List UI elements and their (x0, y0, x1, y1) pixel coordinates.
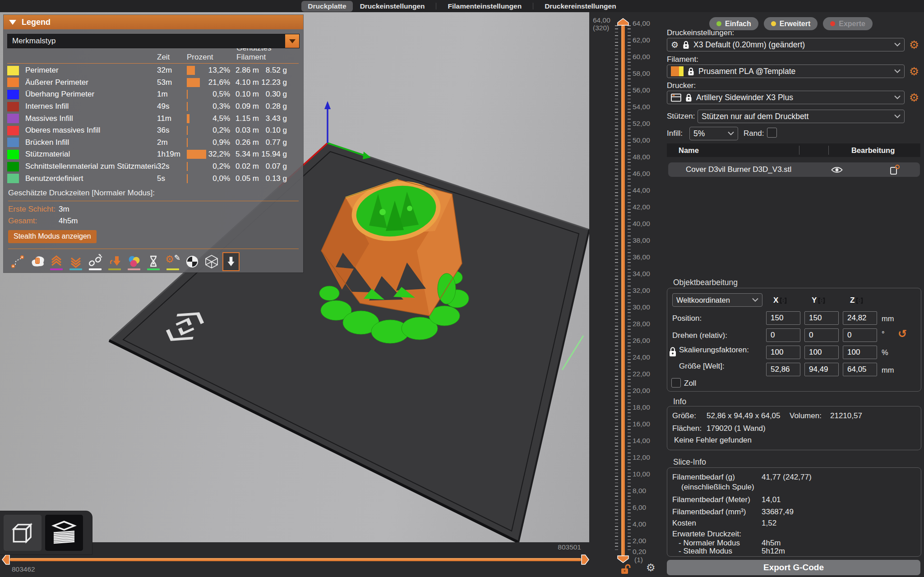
export-gcode-button[interactable]: Export G-Code (667, 560, 920, 575)
coordinate-system-combo[interactable]: Weltkoordinaten (672, 293, 762, 307)
dropdown-arrow-button[interactable] (285, 34, 299, 48)
feature-name: Perimeter (25, 66, 157, 75)
legend-row: Oberes massives Infill 36s 0,2% 0.03 m 0… (4, 125, 303, 137)
printer-combo[interactable]: Artillery Sidewinder X3 Plus (667, 91, 905, 104)
eye-icon[interactable] (831, 166, 843, 174)
chevron-down-icon (752, 298, 758, 302)
move-slider-left-handle[interactable] (2, 554, 10, 565)
chevron-down-icon (894, 95, 901, 99)
move-slider-right-handle[interactable] (581, 554, 589, 565)
feature-name: Benutzerdefiniert (25, 174, 157, 183)
shells-icon[interactable] (203, 252, 220, 271)
layer-tick-label: 54,00 (633, 103, 650, 111)
feature-grams: 0.30 g (259, 90, 287, 99)
filament-combo[interactable]: Prusament PLA @Template (667, 65, 905, 78)
brim-label: Rand: (744, 129, 764, 138)
filament-gear-button[interactable]: ⚙ (908, 65, 920, 78)
brim-checkbox[interactable] (767, 128, 777, 138)
red-dot-icon (830, 21, 835, 26)
supports-combo[interactable]: Stützen nur auf dem Druckbett (698, 110, 905, 123)
feature-meters: 1.15 m (230, 114, 259, 123)
uniform-scale-lock-icon[interactable] (669, 346, 677, 357)
position-z-input[interactable] (843, 311, 877, 325)
slice-info-title: Slice-Info (673, 457, 706, 467)
legend-collapse-icon[interactable] (222, 252, 240, 271)
feature-name: Schnittstellenmaterial zum Stützmaterial (25, 162, 157, 171)
layer-slider-track[interactable] (621, 25, 625, 556)
inches-checkbox[interactable] (671, 378, 681, 388)
rotate-x-input[interactable] (766, 328, 800, 342)
info-volume-label: Volumen: (790, 411, 822, 420)
manipulation-title: Objektbearbeitung (673, 278, 738, 287)
coordinate-system-value: Weltkoordinaten (676, 296, 730, 305)
feature-percent: 21,6% (200, 78, 230, 87)
size-z-input[interactable] (843, 363, 877, 376)
filament-m-value: 14,01 (762, 495, 781, 504)
tab-filamenteinstellungen[interactable]: Filamenteinstellungen (441, 1, 528, 12)
lock-open-icon[interactable] (620, 563, 631, 575)
normal-mode-value: 4h5m (762, 539, 781, 548)
retractions-icon[interactable] (48, 252, 65, 271)
mode-erweitert-button[interactable]: Erweitert (764, 17, 818, 30)
tool-changes-icon[interactable] (106, 252, 123, 271)
wipe-icon[interactable] (28, 252, 46, 271)
layer-slider-top-handle[interactable] (617, 18, 629, 26)
feature-type-dropdown[interactable]: Merkmalstyp (7, 34, 300, 48)
edit-object-icon[interactable] (889, 164, 900, 175)
tab-druckereinstellungen[interactable]: Druckereinstellungen (538, 1, 623, 12)
seams-icon[interactable] (87, 252, 104, 271)
object-row[interactable]: Cover D3vil Burner D3D_V3.stl (668, 162, 920, 177)
lock-icon (685, 93, 692, 102)
chevron-down-icon (894, 69, 901, 73)
slider-settings-gear-icon[interactable]: ⚙ (646, 563, 656, 573)
size-x-input[interactable] (766, 363, 800, 376)
supports-value: Stützen nur auf dem Druckbett (702, 112, 808, 121)
printer-value: Artillery Sidewinder X3 Plus (696, 93, 793, 102)
rotate-y-input[interactable] (804, 328, 839, 342)
position-label: Position: (672, 314, 702, 323)
color-changes-icon[interactable] (125, 252, 143, 271)
scale-x-input[interactable] (766, 346, 800, 359)
custom-gcode-icon[interactable]: ⚙ ✎ (164, 252, 181, 271)
color-changes-underline (128, 268, 140, 270)
mode-experte-button[interactable]: Experte (823, 17, 873, 30)
layer-tick-label: 0,20 (633, 548, 646, 556)
scale-y-input[interactable] (804, 346, 839, 359)
center-of-mass-icon[interactable] (184, 252, 201, 271)
objects-table-header: Name Bearbeitung (667, 143, 920, 157)
tab-druckplatte[interactable]: Druckplatte (301, 1, 352, 12)
size-y-input[interactable] (804, 363, 839, 376)
legend-panel: Legend Merkmalstyp Zeit Prozent Genutzte… (4, 15, 303, 272)
feature-percent: 0,5% (188, 90, 231, 99)
size-unit: mm (882, 366, 894, 374)
position-x-input[interactable] (766, 311, 800, 325)
print-settings-combo[interactable]: ⚙ X3 Default (0.20mm) (geändert) (667, 38, 905, 51)
pause-prints-icon[interactable] (145, 252, 162, 271)
position-y-input[interactable] (804, 311, 839, 325)
retractions-underline (50, 268, 63, 270)
feature-color-swatch (7, 174, 19, 183)
feature-percent: 0,2% (188, 126, 231, 135)
travel-paths-icon[interactable] (9, 252, 26, 271)
print-settings-gear-button[interactable]: ⚙ (908, 38, 920, 51)
stealth-mode-button[interactable]: Stealth Modus anzeigen (8, 230, 97, 243)
legend-header[interactable]: Legend (4, 15, 303, 29)
layer-tick-label: 48,00 (633, 153, 650, 161)
scale-z-input[interactable] (843, 346, 877, 359)
reset-rotation-icon[interactable]: ↺ (898, 328, 907, 339)
gear-icon: ⚙ (671, 41, 679, 49)
tab-bar: DruckplatteDruckeinstellungenFilamentein… (301, 1, 622, 12)
rotate-z-input[interactable] (843, 328, 877, 342)
layer-slider-bottom-handle[interactable] (617, 555, 629, 563)
preview-view-button[interactable] (45, 515, 83, 551)
percent-bar (187, 150, 206, 159)
tab-druckeinstellungen[interactable]: Druckeinstellungen (354, 1, 431, 12)
printer-gear-button[interactable]: ⚙ (908, 91, 920, 104)
info-size-value: 52,86 x 94,49 x 64,05 (707, 411, 781, 420)
editor-view-button[interactable] (4, 515, 42, 551)
move-slider-track[interactable] (10, 558, 581, 561)
deretractions-icon[interactable] (67, 252, 84, 271)
feature-color-swatch (7, 150, 19, 159)
infill-combo[interactable]: 5% (689, 127, 738, 140)
legend-rows: Perimeter 32m 13,2% 2.86 m 8.52 g Äußere… (4, 65, 303, 185)
